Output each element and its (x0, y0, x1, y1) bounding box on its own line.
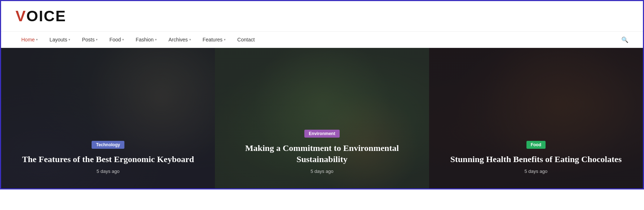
chevron-down-icon: ▾ (36, 38, 38, 41)
nav-item-posts: Posts▾ (76, 32, 103, 48)
nav-item-archives: Archives▾ (163, 32, 197, 48)
nav-item-food: Food▾ (103, 32, 130, 48)
nav-item-contact: Contact (231, 32, 260, 48)
nav-links: Home▾Layouts▾Posts▾Food▾Fashion▾Archives… (16, 32, 260, 48)
nav-link-posts[interactable]: Posts▾ (76, 32, 103, 48)
nav-item-layouts: Layouts▾ (44, 32, 76, 48)
site-logo[interactable]: VOICE (16, 8, 66, 25)
header: VOICE (1, 1, 643, 31)
nav-item-features: Features▾ (197, 32, 231, 48)
nav-link-features[interactable]: Features▾ (197, 32, 231, 48)
nav-link-layouts[interactable]: Layouts▾ (44, 32, 76, 48)
search-icon[interactable]: 🔍 (621, 36, 628, 43)
card-date-2: 5 days ago (226, 169, 418, 174)
chevron-down-icon: ▾ (224, 38, 226, 41)
chevron-down-icon: ▾ (189, 38, 191, 41)
main-nav: Home▾Layouts▾Posts▾Food▾Fashion▾Archives… (1, 31, 643, 48)
card-content-3: FoodStunning Health Benefits of Eating C… (429, 130, 643, 188)
chevron-down-icon: ▾ (96, 38, 98, 41)
nav-link-fashion[interactable]: Fashion▾ (130, 32, 163, 48)
card-title-2: Making a Commitment to Environmental Sus… (226, 143, 418, 165)
card-date-3: 5 days ago (440, 169, 632, 174)
nav-link-contact[interactable]: Contact (231, 32, 260, 48)
card-badge-1: Technology (92, 141, 124, 149)
card-content-1: TechnologyThe Features of the Best Ergon… (1, 130, 215, 188)
nav-link-home[interactable]: Home▾ (16, 32, 44, 48)
card-badge-3: Food (526, 141, 546, 149)
cards-grid: TechnologyThe Features of the Best Ergon… (1, 48, 643, 188)
card-1[interactable]: TechnologyThe Features of the Best Ergon… (1, 48, 215, 188)
nav-item-home: Home▾ (16, 32, 44, 48)
logo-rest: OICE (26, 8, 66, 24)
card-badge-2: Environment (304, 130, 339, 138)
card-content-2: EnvironmentMaking a Commitment to Enviro… (215, 119, 429, 188)
chevron-down-icon: ▾ (69, 38, 70, 41)
chevron-down-icon: ▾ (122, 38, 124, 41)
card-title-3: Stunning Health Benefits of Eating Choco… (440, 154, 632, 165)
logo-v: V (16, 8, 26, 24)
card-date-1: 5 days ago (12, 169, 204, 174)
card-title-1: The Features of the Best Ergonomic Keybo… (12, 154, 204, 165)
card-2[interactable]: EnvironmentMaking a Commitment to Enviro… (215, 48, 429, 188)
nav-item-fashion: Fashion▾ (130, 32, 163, 48)
nav-link-food[interactable]: Food▾ (103, 32, 130, 48)
chevron-down-icon: ▾ (155, 38, 157, 41)
nav-link-archives[interactable]: Archives▾ (163, 32, 197, 48)
card-3[interactable]: FoodStunning Health Benefits of Eating C… (429, 48, 643, 188)
